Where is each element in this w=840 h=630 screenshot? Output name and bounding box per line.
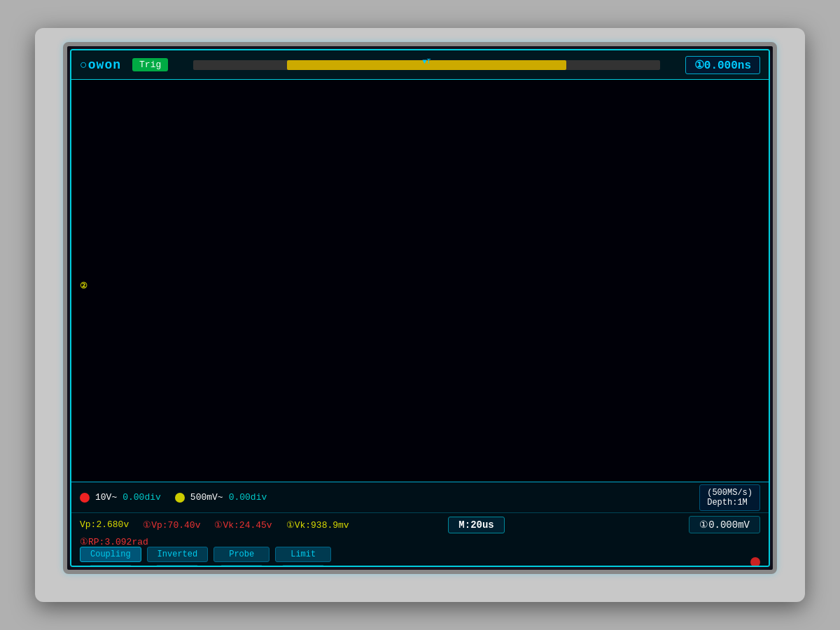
sample-rate: (500MS/s)	[707, 488, 752, 498]
ch1-scale: 10V~	[95, 492, 117, 503]
side-indicator	[750, 557, 760, 567]
limit-sub	[282, 565, 324, 567]
inverted-sub: ON	[156, 565, 198, 567]
ch2-marker: ②	[80, 281, 88, 291]
display-area: ②	[71, 80, 769, 482]
meas-vk2: ①Vk:938.9mv	[286, 519, 349, 531]
channel-info-row: 10V~ 0.00div 500mV~ 0.00div (500MS/s) De…	[71, 482, 769, 513]
probe-sub	[220, 565, 262, 567]
measurements-row: Vp:2.680v ①Vp:70.40v ①Vk:24.45v ①Vk:938.…	[71, 513, 769, 536]
bottom-info: 10V~ 0.00div 500mV~ 0.00div (500MS/s) De…	[71, 482, 769, 566]
probe-button[interactable]: Probe	[214, 547, 270, 562]
limit-button[interactable]: Limit	[275, 547, 331, 562]
trigger-level-display: ①0.000mV	[689, 516, 760, 533]
brand-logo: ○owon	[80, 58, 121, 72]
screen-border: ○owon Trig ▼T ①0.000ns ②	[63, 42, 777, 574]
coupling-btn-group[interactable]: Coupling	[80, 547, 141, 567]
button-row: Coupling Inverted ON Probe Limit	[71, 550, 769, 567]
ch2-offset: 0.00div	[229, 492, 267, 503]
ch2-info: 500mV~ 0.00div	[175, 492, 267, 503]
probe-btn-group[interactable]: Probe	[214, 547, 270, 567]
coupling-button[interactable]: Coupling	[80, 547, 141, 562]
ch1-offset: 0.00div	[122, 492, 161, 503]
meas-vp2: Vp:2.680v	[80, 519, 129, 530]
ch2-scale: 500mV~	[190, 492, 223, 503]
oscilloscope-body: ○owon Trig ▼T ①0.000ns ②	[35, 28, 805, 602]
screen: ○owon Trig ▼T ①0.000ns ②	[70, 49, 770, 567]
ch1-info: 10V~ 0.00div	[80, 492, 161, 503]
coupling-sub	[90, 565, 132, 567]
sample-rate-box: (500MS/s) Depth:1M	[699, 484, 760, 511]
trig-badge: Trig	[132, 58, 168, 71]
time-display: ①0.000ns	[685, 56, 760, 74]
ch1-dot	[80, 493, 90, 503]
top-bar: ○owon Trig ▼T ①0.000ns	[71, 50, 769, 80]
meas-vp1: ①Vp:70.40v	[143, 519, 200, 531]
ch2-dot	[175, 493, 185, 503]
meas-vk1: ①Vk:24.45v	[214, 519, 272, 531]
inverted-button[interactable]: Inverted	[147, 547, 209, 562]
trigger-bar: ▼T	[193, 60, 660, 70]
time-base-display: M:20us	[448, 517, 504, 533]
waveform-canvas	[71, 80, 769, 482]
inverted-btn-group[interactable]: Inverted ON	[147, 547, 209, 567]
limit-btn-group[interactable]: Limit	[275, 547, 331, 567]
trigger-marker: ▼T	[423, 58, 431, 66]
meas-rp: ①RP:3.092rad	[80, 536, 148, 547]
depth: Depth:1M	[707, 498, 752, 507]
